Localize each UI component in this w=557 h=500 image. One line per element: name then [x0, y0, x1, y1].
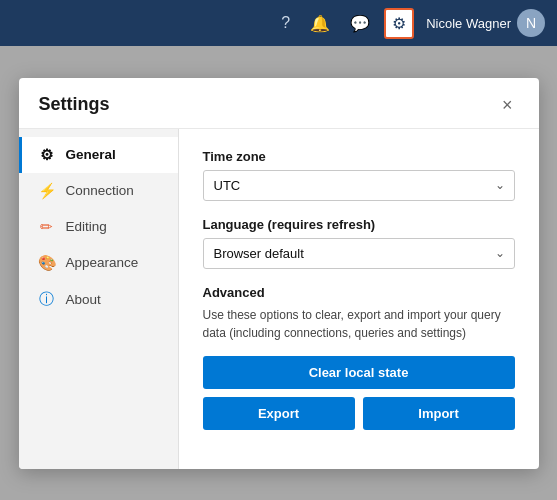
import-button[interactable]: Import — [363, 397, 515, 430]
sidebar-item-appearance[interactable]: 🎨 Appearance — [19, 245, 178, 281]
timezone-select[interactable]: UTC America/New_York America/Chicago Ame… — [203, 170, 515, 201]
connection-icon: ⚡ — [38, 182, 56, 200]
settings-panel: Settings × ⚙ General ⚡ Connection ✏ Edit… — [19, 78, 539, 469]
topbar: ? 🔔 💬 ⚙ Nicole Wagner N — [0, 0, 557, 46]
settings-content: Time zone UTC America/New_York America/C… — [179, 129, 539, 469]
sidebar-item-general[interactable]: ⚙ General — [19, 137, 178, 173]
user-name: Nicole Wagner — [426, 16, 511, 31]
clear-local-state-button[interactable]: Clear local state — [203, 356, 515, 389]
modal-overlay: Settings × ⚙ General ⚡ Connection ✏ Edit… — [0, 46, 557, 500]
sidebar-label-appearance: Appearance — [66, 255, 139, 270]
settings-sidebar: ⚙ General ⚡ Connection ✏ Editing 🎨 Appea… — [19, 129, 179, 469]
sidebar-label-editing: Editing — [66, 219, 107, 234]
user-info: Nicole Wagner N — [426, 9, 545, 37]
sidebar-label-about: About — [66, 292, 101, 307]
advanced-description: Use these options to clear, export and i… — [203, 306, 515, 342]
advanced-title: Advanced — [203, 285, 515, 300]
language-select-wrapper: Browser default English French German Sp… — [203, 238, 515, 269]
appearance-icon: 🎨 — [38, 254, 56, 272]
timezone-select-wrapper: UTC America/New_York America/Chicago Ame… — [203, 170, 515, 201]
settings-icon[interactable]: ⚙ — [384, 8, 414, 39]
settings-body: ⚙ General ⚡ Connection ✏ Editing 🎨 Appea… — [19, 129, 539, 469]
close-button[interactable]: × — [496, 94, 519, 116]
gear-icon: ⚙ — [38, 146, 56, 164]
timezone-label: Time zone — [203, 149, 515, 164]
export-import-row: Export Import — [203, 397, 515, 430]
avatar: N — [517, 9, 545, 37]
sidebar-item-editing[interactable]: ✏ Editing — [19, 209, 178, 245]
settings-header: Settings × — [19, 78, 539, 129]
info-icon: ⓘ — [38, 290, 56, 309]
language-label: Language (requires refresh) — [203, 217, 515, 232]
settings-title: Settings — [39, 94, 110, 115]
sidebar-item-connection[interactable]: ⚡ Connection — [19, 173, 178, 209]
chat-icon[interactable]: 💬 — [344, 10, 376, 37]
language-select[interactable]: Browser default English French German Sp… — [203, 238, 515, 269]
sidebar-item-about[interactable]: ⓘ About — [19, 281, 178, 318]
help-icon[interactable]: ? — [275, 10, 296, 36]
notification-icon[interactable]: 🔔 — [304, 10, 336, 37]
edit-icon: ✏ — [38, 218, 56, 236]
export-button[interactable]: Export — [203, 397, 355, 430]
avatar-initial: N — [526, 15, 536, 31]
sidebar-label-connection: Connection — [66, 183, 134, 198]
sidebar-label-general: General — [66, 147, 116, 162]
